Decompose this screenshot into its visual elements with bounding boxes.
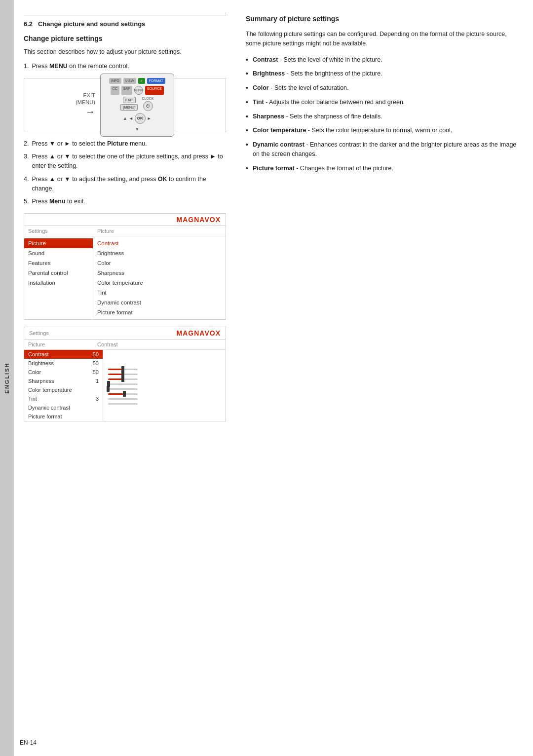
slider-contrast[interactable] — [108, 369, 138, 370]
menu2-color-label: Color — [28, 369, 41, 375]
step-3-text: Press ▲ or ▼ to select the one of the pi… — [32, 152, 226, 171]
cc-btn: CC — [111, 86, 119, 95]
bullet-tint-desc: - Adjusts the color balance between red … — [266, 99, 405, 106]
slider-colortemp[interactable] — [108, 388, 138, 390]
section-number: 6.2 Change picture and sound settings — [24, 20, 145, 28]
bullet-pictureformat-desc: - Changes the format of the picture. — [296, 165, 393, 172]
slider-colortemp-thumb — [107, 386, 110, 392]
menu1-item-picture[interactable]: Picture — [24, 238, 93, 248]
menu2-item-contrast[interactable]: Contrast 50 — [24, 350, 103, 359]
menu-screenshot-1: MAGNAVOX Settings Picture Picture Sound … — [24, 213, 226, 320]
exit-btn: (MENU) — [120, 104, 138, 111]
subsection-title: Change picture settings — [24, 35, 226, 42]
magnavox-logo-1: MAGNAVOX — [177, 216, 221, 224]
slider-picformat[interactable] — [108, 403, 138, 405]
menu2-item-color[interactable]: Color 50 — [24, 368, 103, 377]
bullet-sharpness-term: Sharpness — [253, 113, 284, 120]
bullet-pictureformat: Picture format - Changes the format of t… — [246, 164, 523, 173]
slider-brightness-fill — [108, 374, 123, 375]
slider-brightness[interactable] — [108, 374, 138, 375]
step-4: 4. Press ▲ or ▼ to adjust the setting, a… — [24, 175, 226, 193]
step-5-text: Press Menu to exit. — [32, 197, 85, 206]
step-5: 5. Press Menu to exit. — [24, 197, 226, 206]
menu1-right-pictureformat[interactable]: Picture format — [93, 307, 226, 317]
sidebar: ENGLISH — [0, 0, 14, 756]
step-2: 2. Press ▼ or ► to select the Picture me… — [24, 139, 226, 149]
left-column: 6.2 Change picture and sound settings Ch… — [24, 15, 236, 741]
menu2-item-picformat[interactable]: Picture format — [24, 412, 103, 421]
menu2-body: Contrast 50 Brightness 50 Color 50 Sha — [24, 350, 226, 421]
menu2-contrast-label: Contrast — [28, 351, 49, 357]
slider-dyncontrast[interactable] — [108, 398, 138, 400]
menu2-colortemp-label: Color temperature — [28, 387, 72, 393]
menu1-right-contrast[interactable]: Contrast — [93, 238, 226, 248]
slider-color[interactable] — [108, 378, 138, 380]
bullet-colortemp-desc: - Sets the color temperature to normal, … — [308, 127, 452, 134]
menu2-brightness-value: 50 — [93, 360, 99, 366]
menu2-top-row: Picture Contrast — [24, 340, 226, 350]
menu2-item-brightness[interactable]: Brightness 50 — [24, 359, 103, 368]
bullet-contrast-desc: - Sets the level of white in the picture… — [280, 56, 382, 63]
slider-color-fill — [108, 378, 123, 380]
menu1-right-sharpness[interactable]: Sharpness — [93, 268, 226, 278]
bullet-pictureformat-term: Picture format — [253, 165, 295, 172]
menu1-right-dyncontrast[interactable]: Dynamic contrast — [93, 298, 226, 307]
menu2-settings-label: Settings — [29, 330, 49, 336]
bullet-sharpness: Sharpness - Sets the sharpness of fine d… — [246, 112, 523, 121]
menu1-item-installation[interactable]: Installation — [24, 278, 93, 288]
bullet-dyncontrast-term: Dynamic contrast — [253, 141, 305, 148]
step-4-text: Press ▲ or ▼ to adjust the setting, and … — [32, 175, 226, 193]
bullet-brightness-term: Brightness — [253, 70, 285, 77]
right-column: Summary of picture settings The followin… — [236, 15, 523, 741]
intro-text: This section describes how to adjust you… — [24, 47, 226, 57]
bullet-tint-term: Tint — [253, 99, 264, 106]
step-4-number: 4. — [24, 175, 29, 193]
right-arrow: ► — [147, 116, 152, 121]
menu2-dyncontrast-label: Dynamic contrast — [28, 405, 70, 411]
menu2-item-colortemp[interactable]: Color temperature — [24, 385, 103, 394]
slider-contrast-fill — [108, 369, 123, 370]
menu1-right-tint[interactable]: Tint — [93, 288, 226, 298]
slider-color-thumb — [121, 376, 124, 382]
slider-tint[interactable] — [108, 393, 138, 395]
menu2-color-value: 50 — [93, 369, 99, 375]
menu2-item-tint[interactable]: Tint 3 — [24, 394, 103, 403]
up-arrow: ▲ — [123, 116, 127, 121]
summary-title: Summary of picture settings — [246, 15, 523, 23]
menu2-item-sharpness[interactable]: Sharpness 1 — [24, 377, 103, 385]
menu1-right-brightness[interactable]: Brightness — [93, 248, 226, 258]
slider-column — [108, 367, 138, 405]
menu1-item-parental[interactable]: Parental control — [24, 268, 93, 278]
check-btn: ✓ — [138, 78, 145, 84]
step-5-number: 5. — [24, 197, 29, 206]
menu2-header: Settings MAGNAVOX — [24, 327, 226, 340]
bullet-dyncontrast: Dynamic contrast - Enhances contrast in … — [246, 140, 523, 159]
page-number: EN-14 — [20, 739, 37, 746]
menu1-right-colortemp[interactable]: Color temperature — [93, 278, 226, 288]
slider-tint-fill — [108, 393, 124, 395]
menu1-right-color[interactable]: Color — [93, 258, 226, 268]
exit-btn-top: EXIT — [123, 97, 136, 103]
menu1-item-features[interactable]: Features — [24, 258, 93, 268]
menu2-brightness-label: Brightness — [28, 360, 54, 366]
bullet-tint: Tint - Adjusts the color balance between… — [246, 98, 523, 107]
step-1-number: 1. — [24, 62, 29, 71]
slider-sharpness[interactable] — [108, 383, 138, 385]
step-3: 3. Press ▲ or ▼ to select the one of the… — [24, 152, 226, 171]
menu2-sharpness-value: 1 — [96, 378, 99, 384]
bullet-color-term: Color — [253, 84, 269, 91]
bullet-contrast: Contrast - Sets the level of white in th… — [246, 55, 523, 65]
menu2-picture-label: Picture — [28, 341, 97, 347]
info-btn: INFO — [109, 78, 121, 84]
source-btn: SOURCE — [145, 86, 164, 95]
step-2-number: 2. — [24, 139, 29, 149]
menu1-item-sound[interactable]: Sound — [24, 248, 93, 258]
remote-illustration: EXIT (MENU) → INFO VIEW ✓ FORMAT — [24, 78, 226, 132]
summary-bullet-list: Contrast - Sets the level of white in th… — [246, 55, 523, 173]
bullet-color-desc: - Sets the level of saturation. — [270, 84, 348, 91]
bullet-contrast-term: Contrast — [253, 56, 278, 63]
magnavox-logo-2: MAGNAVOX — [177, 329, 221, 337]
menu-screenshot-2: Settings MAGNAVOX Picture Contrast Contr… — [24, 327, 226, 421]
bullet-colortemp-term: Color temperature — [253, 127, 306, 134]
menu2-item-dyncontrast[interactable]: Dynamic contrast — [24, 403, 103, 412]
